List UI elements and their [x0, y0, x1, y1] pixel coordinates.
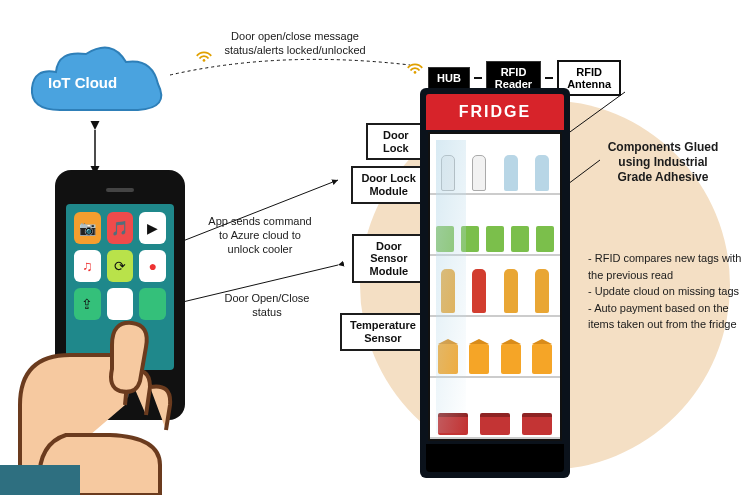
shelf [430, 256, 560, 317]
smart-fridge: FRIDGE [420, 88, 570, 478]
product-carton [438, 344, 458, 374]
phone-speaker [106, 188, 134, 192]
shelf [430, 317, 560, 378]
list-item: RFID compares new tags with the previous… [588, 250, 748, 283]
app-icon[interactable]: ▶ [139, 212, 166, 244]
product-can [536, 226, 554, 252]
app-icon[interactable]: 🎵 [107, 212, 134, 244]
product-bottle [472, 269, 486, 313]
hand-icon [0, 285, 230, 495]
list-item: Update cloud on missing tags [588, 283, 748, 300]
product-can [511, 226, 529, 252]
product-can [486, 226, 504, 252]
product-bottle [504, 155, 518, 191]
temperature-sensor-box: Temperature Sensor [340, 313, 426, 350]
shelf [430, 195, 560, 256]
wifi-icon [406, 60, 424, 74]
cloud-label: IoT Cloud [48, 74, 117, 91]
note-rfid-list: RFID compares new tags with the previous… [588, 250, 748, 333]
door-lock-module-label: Door Lock [366, 123, 426, 160]
product-bottle [535, 155, 549, 191]
fridge-glass [428, 132, 562, 441]
product-carton [532, 344, 552, 374]
product-bottle [441, 155, 455, 191]
app-icon[interactable]: ⟳ [107, 250, 134, 282]
product-can [461, 226, 479, 252]
svg-point-9 [203, 59, 206, 62]
door-lock-module-box: Door Lock Module [351, 166, 425, 203]
app-icon[interactable]: ● [139, 250, 166, 282]
smartphone: 📷 🎵 ▶ ♫ ⟳ ● ⇪ [25, 170, 225, 470]
svg-point-10 [414, 71, 417, 74]
product-bottle [472, 155, 486, 191]
door-sensor-module-box: Door Sensor Module [352, 234, 426, 284]
product-box [438, 413, 468, 435]
module-column: Door Lock Door Lock Module Door Sensor M… [340, 123, 426, 351]
note-adhesive: Components Glued using Industrial Grade … [588, 140, 738, 185]
product-bottle [441, 269, 455, 313]
product-can [436, 226, 454, 252]
fridge-sign: FRIDGE [426, 94, 564, 130]
product-carton [469, 344, 489, 374]
product-bottle [504, 269, 518, 313]
hub-box: HUB [428, 67, 470, 89]
app-icon[interactable]: ♫ [74, 250, 101, 282]
list-item: Auto payment based on the items taken ou… [588, 300, 748, 333]
shelf [430, 134, 560, 195]
wifi-icon [195, 48, 213, 62]
note-cloud-link: Door open/close message status/alerts lo… [210, 30, 380, 58]
product-box [480, 413, 510, 435]
svg-rect-11 [0, 465, 80, 495]
product-carton [501, 344, 521, 374]
product-box [522, 413, 552, 435]
app-icon[interactable]: 📷 [74, 212, 101, 244]
fridge-base [426, 444, 564, 472]
shelf [430, 378, 560, 439]
product-bottle [535, 269, 549, 313]
